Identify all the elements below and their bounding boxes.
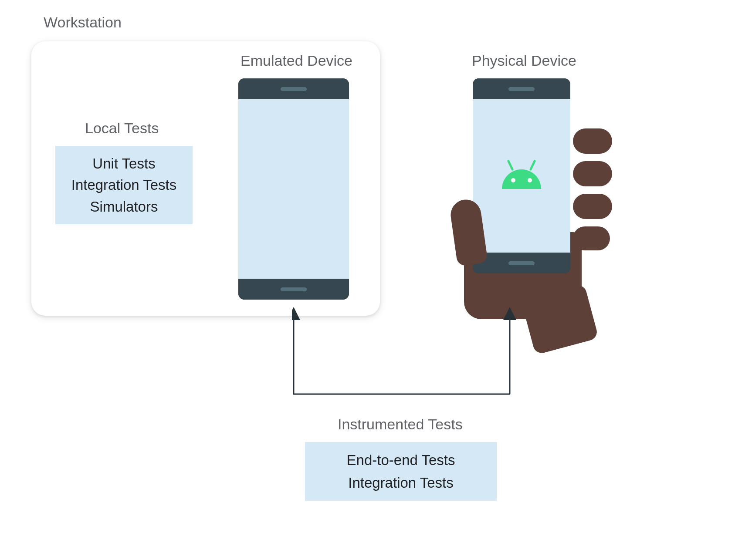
physical-device-icon bbox=[462, 78, 588, 300]
emulated-device-label: Emulated Device bbox=[241, 52, 352, 69]
svg-line-0 bbox=[508, 161, 512, 169]
local-tests-label: Local Tests bbox=[85, 120, 159, 137]
svg-point-2 bbox=[511, 178, 515, 182]
svg-point-3 bbox=[528, 178, 532, 182]
instrumented-tests-box: End-to-end Tests Integration Tests bbox=[305, 442, 497, 501]
instrumented-test-item: Integration Tests bbox=[348, 472, 454, 494]
physical-device-label: Physical Device bbox=[472, 52, 576, 69]
android-icon bbox=[498, 159, 545, 193]
svg-line-1 bbox=[531, 161, 535, 169]
local-test-item: Simulators bbox=[90, 196, 158, 218]
local-test-item: Integration Tests bbox=[71, 174, 177, 196]
instrumented-test-item: End-to-end Tests bbox=[347, 449, 455, 471]
emulated-device-icon bbox=[238, 78, 349, 300]
local-test-item: Unit Tests bbox=[92, 153, 155, 175]
workstation-label: Workstation bbox=[44, 14, 122, 31]
instrumented-tests-label: Instrumented Tests bbox=[338, 416, 463, 433]
local-tests-box: Unit Tests Integration Tests Simulators bbox=[55, 146, 193, 224]
connector-arrows-icon bbox=[292, 307, 518, 401]
